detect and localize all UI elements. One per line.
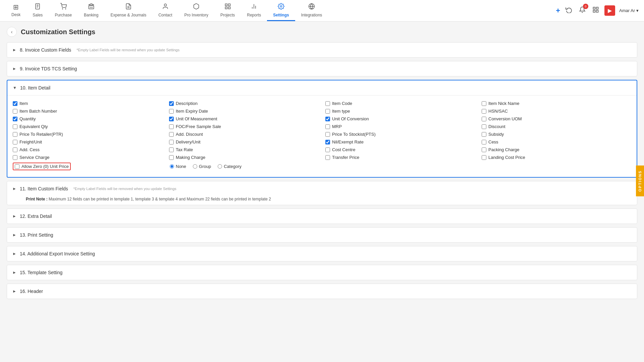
checkbox-allowzero-label[interactable]: Allow Zero (0) Unit Price xyxy=(21,164,69,169)
checkbox-costcentre-label[interactable]: Cost Centre xyxy=(332,147,355,152)
accordion-header-11[interactable]: ► 11. Item Custom Fields *Empty Label Fi… xyxy=(7,181,637,196)
add-button[interactable]: + xyxy=(556,6,560,15)
accordion-header-14[interactable]: ► 14. Additional Export Invoice Setting xyxy=(7,246,637,261)
nav-expense[interactable]: Expense & Journals xyxy=(104,0,152,21)
accordion-header-13[interactable]: ► 13. Print Setting xyxy=(7,228,637,242)
checkbox-landing-input[interactable] xyxy=(482,155,486,160)
radio-category-label[interactable]: Category xyxy=(224,164,241,169)
accordion-header-8[interactable]: ► 8. Invoice Custom Fields *Empty Label … xyxy=(7,43,637,57)
checkbox-making-label[interactable]: Making Charge xyxy=(176,155,205,160)
checkbox-convuom-input[interactable] xyxy=(482,117,486,121)
checkbox-qty-label[interactable]: Quantity xyxy=(19,116,36,121)
youtube-button[interactable]: ▶ xyxy=(604,5,615,16)
checkbox-addcess-label[interactable]: Add. Cess xyxy=(19,147,40,152)
accordion-header-12[interactable]: ► 12. Extra Detail xyxy=(7,209,637,224)
nav-sales[interactable]: Sales xyxy=(26,0,49,21)
checkbox-taxrate-input[interactable] xyxy=(169,147,174,152)
radio-none-input[interactable] xyxy=(170,164,174,169)
checkbox-subsidy-label[interactable]: Subsidy xyxy=(488,132,504,137)
checkbox-foc-input[interactable] xyxy=(169,124,174,129)
grid-button[interactable] xyxy=(591,5,600,16)
checkbox-ptr-label[interactable]: Price To Retailer(PTR) xyxy=(19,132,63,137)
checkbox-nil-label[interactable]: Nil/Exempt Rate xyxy=(332,139,364,144)
options-tab[interactable]: OPTIONS xyxy=(636,166,644,196)
checkbox-uom-label[interactable]: Unit Of Measurement xyxy=(176,116,217,121)
checkbox-delivery-label[interactable]: Delivery/Unit xyxy=(176,139,201,144)
checkbox-expiry-input[interactable] xyxy=(169,109,174,114)
accordion-header-10[interactable]: ▼ 10. Item Detail xyxy=(7,80,637,95)
checkbox-itemtype-label[interactable]: Item type xyxy=(332,109,350,114)
radio-group-label[interactable]: Group xyxy=(199,164,211,169)
checkbox-servicecharge-label[interactable]: Service Charge xyxy=(19,155,50,160)
radio-category-input[interactable] xyxy=(218,164,222,169)
accordion-header-15[interactable]: ► 15. Template Setting xyxy=(7,265,637,280)
checkbox-freight-input[interactable] xyxy=(13,140,17,144)
checkbox-discount-label[interactable]: Discount xyxy=(488,124,505,129)
checkbox-taxrate-label[interactable]: Tax Rate xyxy=(176,147,193,152)
checkbox-desc-label[interactable]: Description xyxy=(176,101,198,106)
checkbox-discount-input[interactable] xyxy=(482,124,486,129)
nav-purchase[interactable]: Purchase xyxy=(49,0,78,21)
checkbox-pts-label[interactable]: Price To Stockist(PTS) xyxy=(332,132,376,137)
checkbox-subsidy-input[interactable] xyxy=(482,132,486,137)
checkbox-pts-input[interactable] xyxy=(325,132,330,137)
user-menu-button[interactable]: Amar Ar ▾ xyxy=(619,8,639,13)
checkbox-adddiscount-label[interactable]: Add. Discount xyxy=(176,132,203,137)
checkbox-foc-label[interactable]: FOC/Free Sample Sale xyxy=(176,124,221,129)
checkbox-packing-label[interactable]: Packing Charge xyxy=(488,147,520,152)
checkbox-costcentre-input[interactable] xyxy=(325,147,330,152)
nav-banking[interactable]: Banking xyxy=(78,0,104,21)
nav-desk[interactable]: ⊞ Desk xyxy=(5,0,26,21)
refresh-button[interactable] xyxy=(564,5,574,16)
checkbox-adddiscount-input[interactable] xyxy=(169,132,174,137)
checkbox-nickname-label[interactable]: Item Nick Name xyxy=(488,101,519,106)
nav-settings[interactable]: Settings xyxy=(267,0,295,21)
checkbox-hsnsac-label[interactable]: HSN/SAC xyxy=(488,109,508,114)
checkbox-making-input[interactable] xyxy=(169,155,174,160)
checkbox-nickname-input[interactable] xyxy=(482,101,486,106)
checkbox-landing-label[interactable]: Landing Cost Price xyxy=(488,155,525,160)
radio-none-label[interactable]: None xyxy=(176,164,186,169)
checkbox-cess-label[interactable]: Cess xyxy=(488,139,498,144)
checkbox-packing-input[interactable] xyxy=(482,147,486,152)
checkbox-addcess-input[interactable] xyxy=(13,147,17,152)
checkbox-uoc-input[interactable] xyxy=(325,117,330,121)
checkbox-ptr-input[interactable] xyxy=(13,132,17,137)
checkbox-servicecharge-input[interactable] xyxy=(13,155,17,160)
checkbox-nil-input[interactable] xyxy=(325,140,330,144)
checkbox-item-input[interactable] xyxy=(13,101,17,106)
checkbox-transferprice-input[interactable] xyxy=(325,155,330,160)
checkbox-mrp-label[interactable]: MRP xyxy=(332,124,342,129)
checkbox-transferprice-label[interactable]: Transfer Price xyxy=(332,155,359,160)
nav-projects[interactable]: Projects xyxy=(214,0,241,21)
checkbox-itemtype-input[interactable] xyxy=(325,109,330,114)
checkbox-itemcode-label[interactable]: Item Code xyxy=(332,101,352,106)
checkbox-qty-input[interactable] xyxy=(13,117,17,121)
checkbox-batch-input[interactable] xyxy=(13,109,17,114)
checkbox-equivqty-label[interactable]: Equivalent Qty xyxy=(19,124,48,129)
checkbox-convuom-label[interactable]: Conversion UOM xyxy=(488,116,522,121)
checkbox-expiry-label[interactable]: Item Expiry Date xyxy=(176,109,208,114)
checkbox-uom-input[interactable] xyxy=(169,117,174,121)
checkbox-hsnsac-input[interactable] xyxy=(482,109,486,114)
checkbox-allowzero-input[interactable] xyxy=(15,164,19,169)
checkbox-mrp-input[interactable] xyxy=(325,124,330,129)
nav-pro-inventory[interactable]: Pro Inventory xyxy=(178,0,214,21)
radio-group-input[interactable] xyxy=(193,164,197,169)
back-button[interactable]: ‹ xyxy=(7,27,17,37)
checkbox-equivqty-input[interactable] xyxy=(13,124,17,129)
notification-button[interactable]: 0 xyxy=(578,5,587,16)
accordion-header-16[interactable]: ► 16. Header xyxy=(7,284,637,299)
nav-contact[interactable]: Contact xyxy=(152,0,178,21)
checkbox-item-label[interactable]: Item xyxy=(19,101,28,106)
checkbox-delivery-input[interactable] xyxy=(169,140,174,144)
checkbox-desc-input[interactable] xyxy=(169,101,174,106)
checkbox-itemcode-input[interactable] xyxy=(325,101,330,106)
checkbox-freight-label[interactable]: Freight/Unit xyxy=(19,139,42,144)
checkbox-uoc-label[interactable]: Unit Of Conversion xyxy=(332,116,369,121)
checkbox-cess-input[interactable] xyxy=(482,140,486,144)
nav-reports[interactable]: Reports xyxy=(241,0,267,21)
nav-integrations[interactable]: Integrations xyxy=(295,0,328,21)
accordion-header-9[interactable]: ► 9. Invoice TDS TCS Setting xyxy=(7,61,637,76)
checkbox-batch-label[interactable]: Item Batch Number xyxy=(19,109,57,114)
